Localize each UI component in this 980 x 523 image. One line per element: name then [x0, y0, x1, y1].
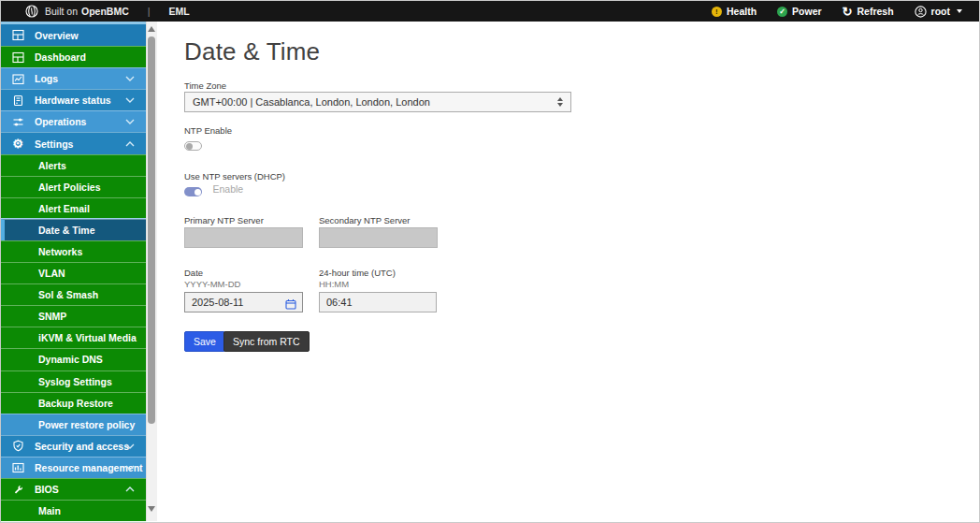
logs-icon	[11, 72, 24, 85]
chevron-up-icon	[125, 487, 135, 492]
timezone-label: Time Zone	[184, 80, 226, 91]
sidebar-item-backup-restore[interactable]: Backup Restore	[1, 392, 146, 414]
sidebar-item-label: SNMP	[38, 311, 66, 322]
secondary-ntp-label: Secondary NTP Server	[319, 215, 411, 225]
sidebar-item-label: Backup Restore	[38, 398, 113, 409]
save-button[interactable]: Save	[184, 331, 225, 352]
sidebar-item-operations[interactable]: Operations	[1, 110, 146, 132]
sidebar-item-label: Dashboard	[35, 51, 86, 63]
host-name: EML	[169, 6, 190, 17]
chevron-down-icon	[125, 465, 135, 471]
time-format-hint: HH:MM	[319, 279, 349, 289]
sidebar-item-label: Settings	[35, 138, 73, 150]
refresh-action[interactable]: ↻Refresh	[843, 6, 894, 18]
sidebar-item-security-and-access[interactable]: Security and access	[1, 435, 146, 457]
sidebar-item-label: iKVM & Virtual Media	[38, 332, 137, 343]
timezone-value: GMT+00:00 | Casablanca, London, London, …	[193, 96, 430, 108]
sidebar-item-label: Operations	[35, 116, 86, 127]
sidebar-item-label: Hardware status	[35, 94, 111, 106]
hardware-icon	[11, 94, 24, 107]
user-icon	[915, 6, 927, 18]
sidebar-item-label: Alert Email	[38, 203, 90, 214]
brand: Built on OpenBMC | EML	[1, 5, 190, 18]
ntp-dhcp-toggle-text: Enable	[212, 183, 243, 195]
chevron-down-icon	[125, 97, 135, 103]
date-format-hint: YYYY-MM-DD	[184, 279, 240, 289]
chevron-up-icon	[125, 141, 135, 147]
primary-ntp-label: Primary NTP Server	[184, 215, 264, 225]
chevron-down-icon	[125, 119, 135, 124]
sidebar-item-label: Syslog Settings	[38, 376, 112, 387]
brand-divider: |	[148, 6, 151, 17]
chevron-down-icon	[125, 443, 135, 449]
health-label: Health	[727, 6, 757, 17]
openbmc-logo-icon	[25, 5, 38, 18]
scroll-down-arrow[interactable]	[148, 506, 155, 512]
sidebar-item-dynamic-dns[interactable]: Dynamic DNS	[1, 348, 146, 370]
user-label: root	[931, 6, 950, 17]
sidebar-item-label: Logs	[35, 73, 58, 84]
primary-ntp-input[interactable]	[184, 227, 303, 248]
sidebar-item-date-time[interactable]: Date & Time	[1, 219, 146, 240]
caret-down-icon	[957, 9, 962, 13]
sidebar-item-label: Alert Policies	[38, 182, 101, 193]
sidebar-item-resource-management[interactable]: Resource management	[1, 457, 146, 478]
sidebar-item-label: Overview	[35, 30, 79, 41]
time-input[interactable]	[319, 292, 437, 312]
overview-icon	[11, 29, 24, 42]
ntp-dhcp-toggle[interactable]	[184, 187, 202, 196]
sidebar-item-alert-policies[interactable]: Alert Policies	[1, 176, 146, 197]
sidebar-item-settings[interactable]: ⚙Settings	[1, 132, 146, 153]
sidebar-item-networks[interactable]: Networks	[1, 240, 146, 262]
sidebar-item-label: Security and access	[35, 441, 129, 452]
sidebar-item-label: Power restore policy	[38, 419, 135, 430]
sidebar-item-hardware-status[interactable]: Hardware status	[1, 89, 146, 110]
sidebar-item-overview[interactable]: Overview	[1, 24, 146, 46]
sidebar-item-sol-smash[interactable]: Sol & Smash	[1, 283, 146, 305]
date-input[interactable]	[184, 292, 303, 312]
power-action[interactable]: ✓Power	[777, 6, 822, 17]
sync-from-rtc-button[interactable]: Sync from RTC	[223, 331, 310, 352]
sidebar-item-logs[interactable]: Logs	[1, 67, 146, 89]
scroll-up-arrow[interactable]	[148, 26, 155, 32]
ntp-dhcp-label: Use NTP servers (DHCP)	[184, 171, 285, 182]
openbmc-page: Built on OpenBMC | EML !Health✓Power↻Ref…	[0, 0, 980, 523]
select-updown-icon	[557, 97, 563, 107]
sidebar-item-alert-email[interactable]: Alert Email	[1, 197, 146, 219]
toggle-knob	[186, 143, 193, 150]
sidebar-item-bios[interactable]: BIOS	[1, 478, 146, 500]
sidebar-item-vlan[interactable]: VLAN	[1, 262, 146, 283]
sidebar-item-label: Main	[38, 505, 61, 516]
page-title: Date & Time	[184, 37, 320, 66]
sidebar-item-syslog-settings[interactable]: Syslog Settings	[1, 370, 146, 392]
refresh-label: Refresh	[857, 6, 893, 17]
bar-chart-icon	[11, 461, 24, 474]
brand-name: OpenBMC	[81, 6, 129, 17]
sidebar-item-main[interactable]: Main	[1, 500, 146, 521]
secondary-ntp-input[interactable]	[319, 227, 438, 248]
timezone-select[interactable]: GMT+00:00 | Casablanca, London, London, …	[184, 92, 571, 112]
sidebar-scrollbar-thumb[interactable]	[148, 36, 155, 424]
shield-icon	[11, 440, 24, 453]
sidebar-item-dashboard[interactable]: Dashboard	[1, 46, 146, 67]
date-label: Date	[184, 268, 203, 278]
top-bar: Built on OpenBMC | EML !Health✓Power↻Ref…	[1, 1, 979, 22]
sidebar-item-power-restore-policy[interactable]: Power restore policy	[1, 414, 146, 435]
sidebar-item-ikvm-virtual-media[interactable]: iKVM & Virtual Media	[1, 327, 146, 348]
power-label: Power	[792, 6, 822, 17]
operations-icon	[11, 115, 24, 128]
sidebar-item-alerts[interactable]: Alerts	[1, 154, 146, 176]
gear-icon: ⚙	[11, 138, 24, 151]
ntp-enable-label: NTP Enable	[184, 125, 232, 136]
time-label: 24-hour time (UTC)	[319, 268, 396, 278]
ntp-enable-toggle[interactable]	[184, 141, 202, 151]
sidebar-item-label: Alerts	[38, 160, 66, 171]
sidebar-item-label: BIOS	[35, 484, 59, 495]
refresh-icon: ↻	[843, 6, 853, 18]
user-action[interactable]: root	[915, 6, 962, 18]
health-action[interactable]: !Health	[712, 6, 757, 17]
sidebar-item-snmp[interactable]: SNMP	[1, 305, 146, 327]
sidebar-item-label: Networks	[38, 246, 82, 257]
dashboard-icon	[11, 51, 24, 64]
health-warning-icon: !	[712, 7, 722, 17]
